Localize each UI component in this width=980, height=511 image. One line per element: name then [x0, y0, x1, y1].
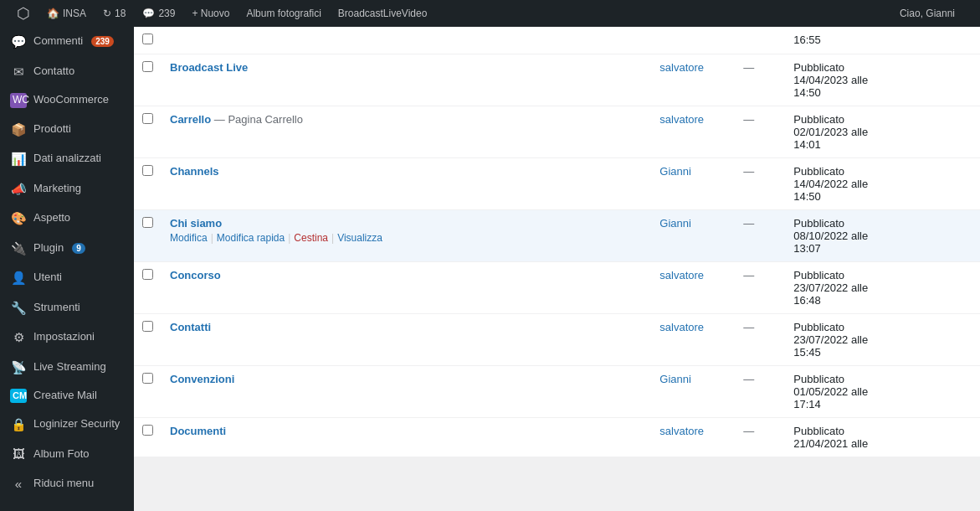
- date: 02/01/2023 alle: [793, 126, 972, 138]
- comments-bar[interactable]: 💬 239: [134, 0, 183, 27]
- table-row: Carrello — Pagina Carrello salvatore — P…: [134, 106, 980, 158]
- sidebar-item-marketing[interactable]: 📣 Marketing: [0, 174, 134, 204]
- creative-mail-icon: CM: [10, 389, 27, 402]
- site-name[interactable]: 🏠 INSA: [38, 0, 95, 27]
- action-modifica-rapida[interactable]: Modifica rapida: [217, 232, 285, 244]
- row-checkbox[interactable]: [142, 321, 153, 332]
- wp-logo[interactable]: ⬡: [8, 0, 38, 27]
- sidebar-label-marketing: Marketing: [33, 182, 81, 196]
- time: 14:50: [793, 86, 972, 99]
- dati-icon: 📊: [10, 151, 27, 168]
- sidebar-label-commenti: Commenti: [33, 34, 83, 49]
- separator: |: [288, 232, 290, 244]
- page-title-channels[interactable]: Channels: [170, 165, 219, 178]
- woocommerce-icon: WC: [10, 93, 27, 108]
- status: Pubblicato: [793, 425, 972, 437]
- page-title-documenti[interactable]: Documenti: [170, 425, 226, 437]
- time: 14:01: [793, 138, 972, 151]
- sidebar-item-woocommerce[interactable]: WC WooCommerce: [0, 86, 134, 115]
- row-checkbox[interactable]: [142, 217, 153, 228]
- sidebar-label-plugin: Plugin: [33, 241, 64, 256]
- status: Pubblicato: [793, 321, 972, 333]
- sidebar-item-album-foto[interactable]: 🖼 Album Foto: [0, 439, 134, 469]
- time: 14:50: [793, 190, 972, 203]
- row-checkbox[interactable]: [142, 61, 153, 72]
- row-checkbox[interactable]: [142, 34, 153, 44]
- action-cestina[interactable]: Cestina: [294, 232, 328, 244]
- row-checkbox[interactable]: [142, 425, 153, 436]
- author-salvatore[interactable]: salvatore: [659, 269, 704, 281]
- sidebar-item-prodotti[interactable]: 📦 Prodotti: [0, 115, 134, 145]
- page-title-convenzioni[interactable]: Convenzioni: [170, 373, 234, 385]
- action-visualizza[interactable]: Visualizza: [337, 232, 382, 244]
- table-row: Contatti salvatore — Pubblicato 23/07/20…: [134, 314, 980, 366]
- author-gianni[interactable]: Gianni: [659, 217, 691, 230]
- sidebar-item-commenti[interactable]: 💬 Commenti 239: [0, 27, 134, 57]
- time: 13:07: [793, 242, 972, 255]
- sidebar-label-aspetto: Aspetto: [33, 211, 70, 225]
- sidebar-item-plugin[interactable]: 🔌 Plugin 9: [0, 234, 134, 264]
- author-salvatore[interactable]: salvatore: [659, 113, 704, 126]
- utenti-icon: 👤: [10, 270, 27, 286]
- status: Pubblicato: [793, 165, 972, 178]
- updates[interactable]: ↻ 18: [95, 0, 134, 27]
- date: 14/04/2023 alle: [793, 74, 972, 86]
- comments-dash: —: [743, 373, 754, 385]
- sidebar-item-dati-analizzati[interactable]: 📊 Dati analizzati: [0, 144, 134, 174]
- row-checkbox[interactable]: [142, 113, 153, 124]
- page-title-broadcast-live[interactable]: Broadcast Live: [170, 61, 248, 74]
- time: 16:48: [793, 294, 972, 307]
- sidebar-item-strumenti[interactable]: 🔧 Strumenti: [0, 293, 134, 323]
- user-greeting[interactable]: Ciao, Gianni: [891, 0, 963, 27]
- table-row: Broadcast Live salvatore — Pubblicato 14…: [134, 54, 980, 106]
- status: Pubblicato: [793, 269, 972, 281]
- sidebar-item-loginizer[interactable]: 🔒 Loginizer Security: [0, 410, 134, 440]
- commenti-icon: 💬: [10, 34, 27, 50]
- album-fotografici[interactable]: Album fotografici: [238, 0, 329, 27]
- action-modifica[interactable]: Modifica: [170, 232, 208, 244]
- date: 14/04/2022 alle: [793, 178, 972, 190]
- row-checkbox[interactable]: [142, 373, 153, 384]
- author-salvatore[interactable]: salvatore: [659, 321, 704, 333]
- sidebar-item-contatto[interactable]: ✉ Contatto: [0, 57, 134, 87]
- page-title-chi-siamo[interactable]: Chi siamo: [170, 217, 222, 230]
- author-salvatore[interactable]: salvatore: [659, 425, 704, 437]
- plugin-badge: 9: [72, 243, 85, 254]
- row-checkbox[interactable]: [142, 165, 153, 176]
- sidebar-item-utenti[interactable]: 👤 Utenti: [0, 263, 134, 293]
- date: 23/07/2022 alle: [793, 281, 972, 294]
- page-title-carrello[interactable]: Carrello: [170, 113, 211, 126]
- sidebar-item-live-streaming[interactable]: 📡 Live Streaming: [0, 353, 134, 383]
- marketing-icon: 📣: [10, 181, 27, 198]
- partial-time: 16:55: [793, 34, 972, 46]
- sidebar-item-riduci-menu[interactable]: « Riduci menu: [0, 469, 134, 499]
- row-checkbox[interactable]: [142, 269, 153, 280]
- sidebar: 💬 Commenti 239 ✉ Contatto WC WooCommerce…: [0, 27, 134, 511]
- separator: |: [211, 232, 213, 244]
- aspetto-icon: 🎨: [10, 210, 27, 227]
- time: 17:14: [793, 398, 972, 410]
- new-button[interactable]: + Nuovo: [183, 0, 238, 27]
- wp-icon: ⬡: [17, 4, 30, 23]
- separator: |: [331, 232, 334, 244]
- commenti-badge: 239: [91, 36, 114, 47]
- status: Pubblicato: [793, 373, 972, 385]
- comments-dash: —: [743, 217, 754, 230]
- contatto-icon: ✉: [10, 64, 27, 80]
- main-content: 16:55 Broadcast Live salvatore — Pubblic…: [134, 27, 980, 511]
- sidebar-item-impostazioni[interactable]: ⚙ Impostazioni: [0, 323, 134, 353]
- loginizer-icon: 🔒: [10, 416, 27, 433]
- page-title-contatti[interactable]: Contatti: [170, 321, 211, 333]
- page-title-concorso[interactable]: Concorso: [170, 269, 221, 281]
- sidebar-item-creative-mail[interactable]: CM Creative Mail: [0, 382, 134, 410]
- comments-icon: 💬: [142, 8, 155, 19]
- sidebar-label-prodotti: Prodotti: [33, 122, 71, 137]
- table-row: Concorso salvatore — Pubblicato 23/07/20…: [134, 262, 980, 314]
- table-row: Convenzioni Gianni — Pubblicato 01/05/20…: [134, 366, 980, 418]
- album-foto-icon: 🖼: [10, 446, 27, 462]
- author-gianni[interactable]: Gianni: [659, 165, 691, 178]
- author-gianni[interactable]: Gianni: [659, 373, 691, 385]
- broadcast-live-video[interactable]: BroadcastLiveVideo: [330, 0, 436, 27]
- author-salvatore[interactable]: salvatore: [659, 61, 704, 74]
- sidebar-item-aspetto[interactable]: 🎨 Aspetto: [0, 204, 134, 234]
